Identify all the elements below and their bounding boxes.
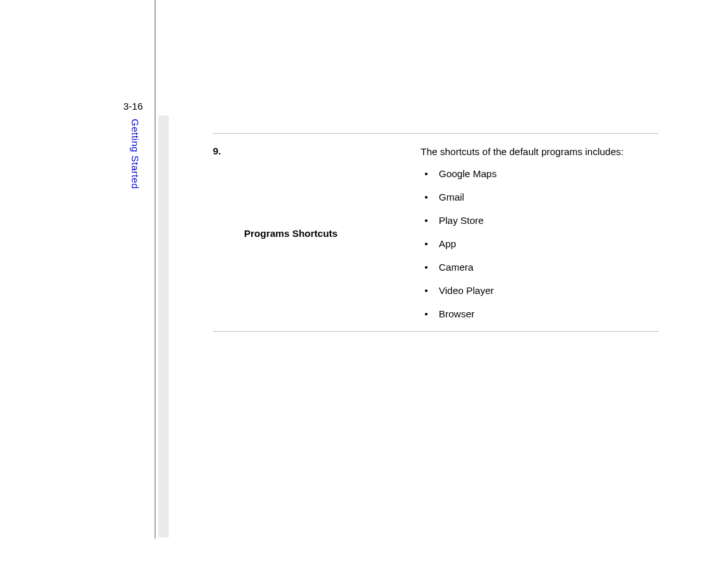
page-number: 3-16	[123, 101, 143, 112]
list-item: Gmail	[421, 190, 658, 205]
row-number: 9.	[213, 144, 230, 156]
content-area: 9. Programs Shortcuts The shortcuts of t…	[213, 133, 658, 332]
list-item: Play Store	[421, 213, 658, 228]
bullet-list: Google Maps Gmail Play Store App Camera …	[421, 166, 658, 322]
intro-text: The shortcuts of the default programs in…	[421, 144, 658, 160]
vertical-divider	[154, 0, 156, 539]
section-title: Getting Started	[130, 119, 141, 189]
list-item: Google Maps	[421, 166, 658, 182]
table-row: 9. Programs Shortcuts The shortcuts of t…	[213, 134, 658, 331]
list-item: Camera	[421, 260, 658, 275]
row-description: The shortcuts of the default programs in…	[421, 144, 658, 322]
tab-strip	[158, 116, 169, 537]
table-bottom-rule	[213, 331, 658, 332]
list-item: App	[421, 236, 658, 252]
list-item: Video Player	[421, 283, 658, 299]
row-label: Programs Shortcuts	[230, 144, 421, 322]
list-item: Browser	[421, 306, 658, 322]
